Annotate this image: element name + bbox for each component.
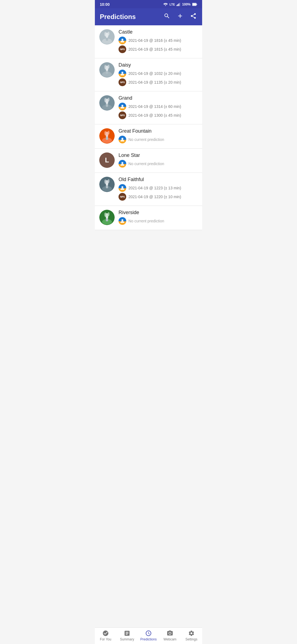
- svg-rect-4: [180, 3, 180, 6]
- app-bar: Predictions: [95, 8, 202, 25]
- prediction-row-lone-star-0: No current prediction: [119, 160, 198, 168]
- geyser-avatar-grand: [99, 95, 115, 111]
- prediction-text-lone-star-0: No current prediction: [128, 162, 164, 166]
- prediction-row-old-faithful-0: 2021-04-19 @ 1223 (± 13 min): [119, 184, 198, 192]
- geyser-item-grand[interactable]: Grand 2021-04-19 @ 1314 (± 60 min)NPS202…: [95, 91, 202, 124]
- svg-point-42: [108, 179, 109, 183]
- svg-rect-7: [197, 4, 197, 5]
- geyser-avatar-great-fountain: [99, 128, 115, 144]
- prediction-row-riverside-0: No current prediction: [119, 217, 198, 225]
- share-icon: [190, 13, 197, 19]
- svg-rect-3: [178, 4, 179, 6]
- nps-prediction-icon: NPS: [119, 193, 126, 201]
- svg-point-20: [108, 65, 109, 69]
- geyser-item-daisy[interactable]: Daisy 2021-04-19 @ 1032 (± 20 min)NPS202…: [95, 58, 202, 91]
- nps-prediction-icon: NPS: [119, 78, 126, 86]
- prediction-row-grand-0: 2021-04-19 @ 1314 (± 60 min): [119, 103, 198, 110]
- geyser-avatar-lone-star: L: [99, 152, 115, 168]
- lte-icon: LTE: [169, 3, 175, 6]
- prediction-row-grand-1: NPS2021-04-19 @ 1300 (± 45 min): [119, 111, 198, 119]
- geyser-name-great-fountain: Great Fountain: [119, 128, 198, 134]
- prediction-row-castle-0: 2021-04-19 @ 1816 (± 45 min): [119, 37, 198, 44]
- prediction-row-old-faithful-1: NPS2021-04-19 @ 1220 (± 10 min): [119, 193, 198, 201]
- svg-point-41: [105, 179, 106, 184]
- search-button[interactable]: [163, 12, 171, 21]
- wifi-icon: [163, 3, 168, 6]
- prediction-row-great-fountain-0: No current prediction: [119, 136, 198, 143]
- share-button[interactable]: [189, 12, 197, 21]
- svg-point-33: [105, 131, 106, 135]
- geyser-avatar-old-faithful: [99, 177, 115, 192]
- user-prediction-icon: [119, 184, 126, 192]
- geyser-list: Castle 2021-04-19 @ 1816 (± 45 min)NPS20…: [95, 25, 202, 230]
- user-prediction-icon: [119, 37, 126, 44]
- geyser-avatar-daisy: [99, 62, 115, 78]
- nps-prediction-icon: NPS: [119, 45, 126, 53]
- prediction-text-daisy-0: 2021-04-19 @ 1032 (± 20 min): [128, 71, 181, 76]
- geyser-name-old-faithful: Old Faithful: [119, 177, 198, 182]
- user-prediction-icon: [119, 160, 126, 168]
- svg-point-27: [108, 98, 109, 102]
- signal-icon: [177, 3, 180, 6]
- svg-point-19: [105, 65, 106, 69]
- status-bar: 10:00 LTE 100%: [95, 0, 202, 8]
- geyser-name-castle: Castle: [119, 29, 198, 35]
- user-prediction-icon: [119, 217, 126, 225]
- geyser-name-grand: Grand: [119, 95, 198, 101]
- geyser-info-castle: Castle 2021-04-19 @ 1816 (± 45 min)NPS20…: [119, 29, 198, 54]
- user-prediction-icon: [119, 103, 126, 110]
- svg-rect-2: [178, 4, 178, 6]
- geyser-info-lone-star: Lone Star No current prediction: [119, 152, 198, 169]
- geyser-item-riverside[interactable]: Riverside No current prediction: [95, 206, 202, 230]
- prediction-text-castle-1: 2021-04-19 @ 1815 (± 45 min): [128, 47, 181, 51]
- battery-icon: [192, 3, 197, 6]
- prediction-row-daisy-1: NPS2021-04-19 @ 1135 (± 20 min): [119, 78, 198, 86]
- prediction-row-daisy-0: 2021-04-19 @ 1032 (± 20 min): [119, 70, 198, 77]
- page-title: Predictions: [100, 13, 136, 21]
- svg-point-49: [108, 212, 109, 216]
- geyser-item-great-fountain[interactable]: Great Fountain No current prediction: [95, 124, 202, 149]
- svg-point-35: [122, 138, 123, 140]
- svg-point-0: [165, 5, 166, 6]
- prediction-text-great-fountain-0: No current prediction: [128, 137, 164, 142]
- app-bar-actions: [163, 12, 197, 21]
- svg-point-28: [122, 105, 123, 107]
- prediction-text-riverside-0: No current prediction: [128, 219, 164, 223]
- svg-rect-6: [193, 3, 196, 6]
- nps-prediction-icon: NPS: [119, 111, 126, 119]
- geyser-info-daisy: Daisy 2021-04-19 @ 1032 (± 20 min)NPS202…: [119, 62, 198, 87]
- geyser-item-castle[interactable]: Castle 2021-04-19 @ 1816 (± 45 min)NPS20…: [95, 25, 202, 58]
- geyser-info-riverside: Riverside No current prediction: [119, 210, 198, 226]
- geyser-avatar-castle: [99, 29, 115, 45]
- status-icons: LTE 100%: [163, 2, 197, 6]
- add-icon: [177, 13, 183, 19]
- geyser-name-riverside: Riverside: [119, 210, 198, 215]
- prediction-text-castle-0: 2021-04-19 @ 1816 (± 45 min): [128, 38, 181, 43]
- svg-point-50: [122, 219, 123, 221]
- svg-point-34: [108, 131, 109, 135]
- prediction-text-daisy-1: 2021-04-19 @ 1135 (± 20 min): [128, 80, 181, 84]
- svg-point-43: [122, 186, 123, 188]
- svg-point-48: [105, 212, 106, 217]
- geyser-avatar-riverside: [99, 210, 115, 225]
- prediction-text-old-faithful-1: 2021-04-19 @ 1220 (± 10 min): [128, 195, 181, 199]
- geyser-info-grand: Grand 2021-04-19 @ 1314 (± 60 min)NPS202…: [119, 95, 198, 120]
- user-prediction-icon: [119, 70, 126, 77]
- user-prediction-icon: [119, 136, 126, 143]
- add-button[interactable]: [176, 12, 184, 21]
- prediction-row-castle-1: NPS2021-04-19 @ 1815 (± 45 min): [119, 45, 198, 53]
- svg-point-26: [105, 98, 106, 102]
- geyser-info-old-faithful: Old Faithful 2021-04-19 @ 1223 (± 13 min…: [119, 177, 198, 202]
- status-time: 10:00: [100, 2, 110, 7]
- svg-point-21: [122, 72, 123, 74]
- geyser-item-old-faithful[interactable]: Old Faithful 2021-04-19 @ 1223 (± 13 min…: [95, 173, 202, 206]
- prediction-text-grand-0: 2021-04-19 @ 1314 (± 60 min): [128, 104, 181, 109]
- prediction-text-old-faithful-0: 2021-04-19 @ 1223 (± 13 min): [128, 186, 181, 190]
- svg-rect-1: [177, 5, 177, 6]
- svg-point-36: [122, 162, 123, 164]
- battery-pct: 100%: [182, 2, 191, 6]
- prediction-text-grand-1: 2021-04-19 @ 1300 (± 45 min): [128, 113, 181, 118]
- svg-point-13: [108, 32, 109, 36]
- geyser-item-lone-star[interactable]: LLone Star No current prediction: [95, 149, 202, 173]
- geyser-info-great-fountain: Great Fountain No current prediction: [119, 128, 198, 144]
